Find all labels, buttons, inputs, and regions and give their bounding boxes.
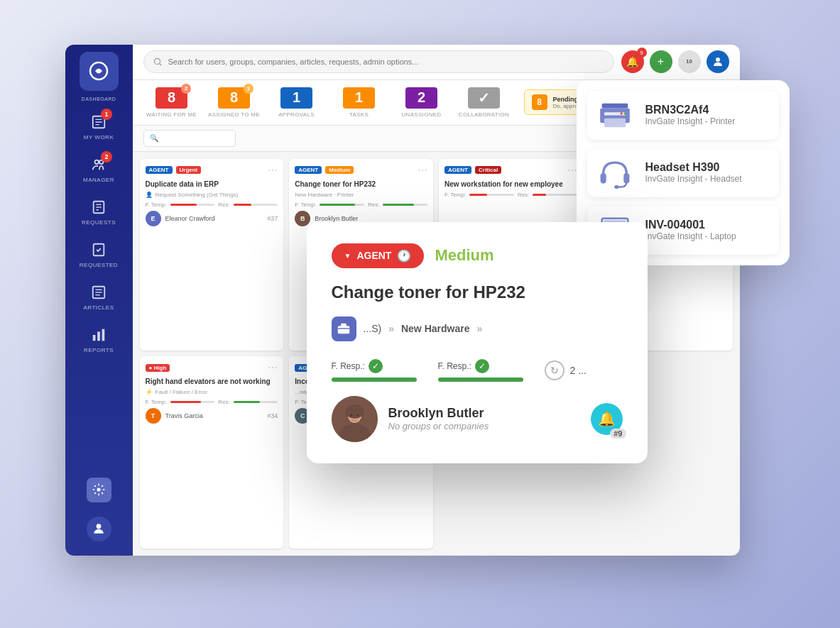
ticket-2-res-bar	[383, 204, 427, 206]
svg-point-43	[345, 404, 364, 419]
printer-icon	[596, 99, 635, 131]
search-input[interactable]	[168, 57, 605, 66]
manager-badge: 2	[101, 151, 112, 162]
mywork-icon: 1	[89, 112, 109, 132]
user-avatar	[332, 396, 378, 442]
ticket-5-avatar: T	[146, 408, 161, 424]
resp-progress-1	[332, 378, 417, 382]
filter-search-input[interactable]	[143, 130, 236, 147]
sidebar-item-requests[interactable]: Requests	[70, 192, 127, 231]
ticket-5-f-label: F. Temp:	[146, 399, 167, 405]
svg-point-21	[154, 58, 160, 64]
requests-icon	[89, 197, 109, 217]
count-value: 10	[686, 58, 692, 65]
svg-point-23	[716, 57, 720, 62]
ticket-2-header: AGENT Medium ⋯	[295, 165, 427, 176]
ticket-resp-row: F. Resp.: ✓ F. Resp.: ✓ ↻ 2 ...	[332, 359, 623, 382]
ticket-1-meta: 👤 Request Something (Get Things)	[146, 192, 278, 198]
asset-headset[interactable]: Headset H390 InvGate Insight - Headset	[587, 148, 779, 197]
ticket-3-res-bar	[533, 194, 577, 196]
ticket-detail-priority: Medium	[435, 246, 493, 265]
avatar-button[interactable]	[707, 50, 729, 73]
reports-label: Reports	[84, 347, 114, 353]
add-button[interactable]: +	[650, 50, 672, 73]
ticket-3-title: New workstation for new employee	[444, 180, 577, 189]
ticket-2-meta: New Hardware · Printer	[295, 192, 427, 198]
sidebar-item-mywork[interactable]: 1 My Work	[70, 106, 127, 146]
ticket-5-menu[interactable]: ⋯	[268, 362, 278, 373]
search-box[interactable]	[143, 50, 614, 73]
ticket-3-agent-badge: AGENT	[444, 166, 471, 174]
stat-approvals[interactable]: 1 APPROVALS	[268, 87, 325, 118]
svg-rect-26	[604, 118, 626, 127]
path-start: ...S)	[364, 323, 382, 334]
ticket-5-progress: F. Temp: Res:	[146, 399, 278, 405]
ticket-2-meta-text: New Hardware · Printer	[295, 192, 354, 198]
agent-button[interactable]: ▼ AGENT 🕐	[332, 243, 425, 268]
sidebar-settings[interactable]	[70, 472, 127, 508]
path-mid: New Hardware	[401, 323, 469, 334]
stat-assigned[interactable]: 8 3 ASSIGNED TO ME	[206, 87, 263, 118]
assigned-number: 8 3	[218, 87, 250, 109]
resp-label-1: F. Resp.: ✓	[332, 359, 417, 373]
stat-tasks[interactable]: 1 TASKS	[331, 87, 388, 118]
svg-rect-38	[341, 324, 346, 328]
notif-number: #9	[610, 429, 626, 439]
svg-point-29	[621, 112, 623, 114]
stat-waiting[interactable]: 8 2 WAITING FOR ME	[143, 87, 200, 118]
ticket-2-agent-badge: AGENT	[295, 166, 322, 174]
svg-point-5	[95, 160, 99, 164]
ticket-3-progress: F. Temp: Res:	[444, 192, 577, 198]
svg-rect-16	[93, 335, 96, 341]
ticket-3-bar	[469, 194, 514, 196]
svg-point-32	[614, 185, 619, 189]
asset-laptop-info: INV-004001 InvGate Insight - Laptop	[645, 219, 770, 241]
sidebar-item-articles[interactable]: Articles	[70, 277, 127, 316]
resp-count: ↻ 2 ...	[545, 360, 587, 380]
ticket-1-id: #37	[267, 215, 278, 222]
stat-unassigned[interactable]: 2 UNASSIGNED	[393, 87, 450, 118]
collaboration-number: ✓	[468, 87, 500, 109]
svg-point-45	[356, 414, 359, 416]
count-button[interactable]: 10	[678, 50, 701, 73]
stat-collaboration[interactable]: ✓ COLLABORATION	[456, 87, 513, 118]
asset-laptop-sub: InvGate Insight - Laptop	[645, 231, 770, 241]
ticket-3-menu[interactable]: ⋯	[567, 165, 577, 176]
ticket-5-meta-text: Fault / Failure / Error	[156, 389, 207, 395]
notif-badge: 🔔 #9	[591, 403, 623, 435]
headset-icon	[596, 157, 635, 189]
resp-check-2: ✓	[475, 359, 489, 373]
ticket-2-f-label: F. Temp:	[295, 202, 316, 208]
svg-rect-17	[97, 331, 100, 341]
svg-point-44	[350, 414, 352, 416]
sidebar-item-requested[interactable]: Requested	[70, 234, 127, 274]
bell-button[interactable]: 🔔 9	[621, 50, 644, 73]
ticket-2-menu[interactable]: ⋯	[418, 165, 427, 176]
ticket-5[interactable]: ● High ⋯ Right hand elevators are not wo…	[140, 356, 284, 549]
collaboration-label: COLLABORATION	[459, 111, 509, 118]
ticket-5-res-bar	[234, 401, 278, 403]
waiting-dot: 2	[181, 84, 191, 94]
reports-icon	[89, 325, 109, 345]
asset-printer[interactable]: BRN3C2Af4 InvGate Insight - Printer	[587, 91, 779, 140]
search-icon	[153, 57, 163, 67]
resp-item-2: F. Resp.: ✓	[438, 359, 523, 382]
ticket-3-priority: Critical	[475, 166, 501, 174]
articles-icon	[89, 282, 109, 302]
ticket-5-agent: Travis Garcia	[165, 412, 203, 419]
path-icon	[332, 316, 356, 341]
ticket-1-menu[interactable]: ⋯	[268, 165, 278, 176]
profile-icon	[87, 517, 111, 541]
assigned-dot: 3	[244, 84, 253, 94]
sidebar-logo[interactable]	[80, 52, 119, 91]
cycle-icon: ↻	[545, 360, 564, 380]
path-arrow-1: »	[388, 323, 394, 334]
ticket-1[interactable]: AGENT Urgent ⋯ Duplicate data in ERP 👤 R…	[140, 159, 284, 351]
cycle-count: 2 ...	[570, 365, 587, 376]
dashboard-label: Dashboard	[82, 97, 116, 101]
sidebar-item-reports[interactable]: Reports	[70, 319, 127, 359]
bell-count: 9	[637, 48, 647, 57]
sidebar-profile[interactable]	[70, 511, 127, 547]
sidebar-item-manager[interactable]: 2 Manager	[70, 149, 127, 189]
svg-rect-18	[102, 329, 105, 341]
